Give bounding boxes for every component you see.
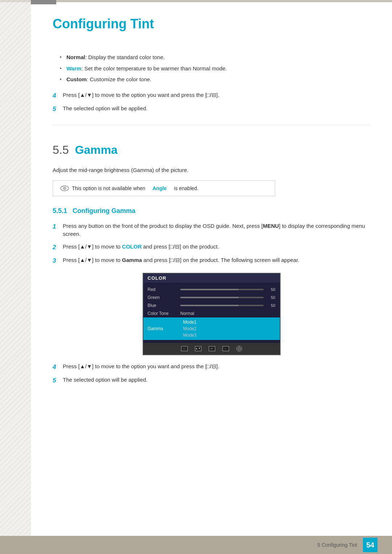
osd-bar-area-gamma: Mode1 Mode2 Mode3: [180, 319, 275, 338]
eye-icon: [60, 185, 69, 192]
section-title: Gamma: [75, 143, 117, 156]
osd-value-colortone: Normal: [180, 311, 195, 316]
list-item: Warm: Set the color temperature to be wa…: [60, 65, 370, 73]
osd-bar-green: [180, 297, 264, 298]
osd-bar-area-colortone: Normal: [180, 311, 275, 316]
list-item: Normal: Display the standard color tone.: [60, 53, 370, 62]
osd-row-green: Green 50: [143, 294, 280, 301]
step-text: Press [▲/▼] to move to Gamma and press […: [63, 256, 370, 266]
step-text: Press any button on the front of the pro…: [63, 222, 370, 238]
gamma-step-2: 2 Press [▲/▼] to move to COLOR and press…: [53, 243, 370, 252]
page: Configuring Tint Normal: Display the sta…: [0, 0, 392, 554]
step-num: 4: [53, 91, 63, 100]
section-divider: [53, 125, 370, 125]
note-suffix: is enabled.: [174, 185, 199, 191]
top-accent: [0, 0, 392, 2]
osd-bar-red: [180, 289, 264, 290]
term-normal: Normal: [66, 54, 85, 60]
footer: 5 Configuring Tint 54: [0, 536, 392, 554]
osd-gamma-mode3: Mode3: [181, 332, 199, 338]
footer-label: 5 Configuring Tint: [317, 542, 357, 548]
term-normal-desc: : Display the standard color tone.: [85, 54, 165, 60]
step-num: 3: [53, 256, 63, 266]
osd-bar-fill-red: [180, 289, 238, 290]
osd-gamma-mode2: Mode2: [181, 325, 199, 332]
step-text: Press [▲/▼] to move to the option you wa…: [63, 91, 370, 100]
step-num: 4: [53, 362, 63, 372]
term-custom-desc: : Customize the color tone.: [87, 76, 151, 82]
osd-label-red: Red: [148, 287, 180, 292]
osd-gamma-mode1: Mode1: [181, 319, 199, 325]
osd-label-blue: Blue: [148, 303, 180, 308]
subsection-heading: 5.5.1 Configuring Gamma: [53, 207, 370, 215]
subsection-title: Configuring Gamma: [73, 207, 135, 214]
note-box: This option is not available when Angle …: [53, 180, 275, 196]
osd-row-red: Red 50: [143, 286, 280, 294]
tint-bullet-list: Normal: Display the standard color tone.…: [53, 53, 370, 84]
step-num: 5: [53, 376, 63, 385]
osd-bar-fill-green: [180, 297, 238, 298]
subsection-number: 5.5.1: [53, 207, 71, 214]
left-stripe: [0, 0, 31, 554]
list-item: Custom: Customize the color tone.: [60, 75, 370, 84]
tint-step-5: 5 The selected option will be applied.: [53, 104, 370, 114]
gamma-step-4: 4 Press [▲/▼] to move to the option you …: [53, 362, 370, 372]
gamma-step-5: 5 The selected option will be applied.: [53, 376, 370, 385]
page-title: Configuring Tint: [53, 11, 370, 32]
osd-btn-square: □: [181, 346, 188, 351]
osd-value-blue: 50: [266, 303, 275, 308]
section-number: 5.5: [53, 143, 69, 156]
term-warm-desc: : Set the color temperature to be warmer…: [81, 65, 227, 71]
gamma-step-1: 1 Press any button on the front of the p…: [53, 222, 370, 238]
osd-label-colortone: Color Tone: [148, 311, 180, 316]
osd-bar-blue: [180, 305, 264, 306]
note-prefix: This option is not available when: [72, 185, 145, 191]
osd-btn-back: ←: [222, 346, 229, 351]
svg-point-2: [64, 188, 65, 189]
content-area: Configuring Tint Normal: Display the sta…: [31, 0, 392, 554]
gamma-description: Adjust the mid-range brightness (Gamma) …: [53, 166, 370, 175]
osd-btn-enter: ↵: [209, 346, 215, 351]
gamma-section-heading: 5.5 Gamma: [53, 143, 370, 157]
osd-title-bar: COLOR: [143, 274, 280, 283]
osd-btn-power: ⏻: [236, 346, 242, 352]
osd-btn-arrows: ▲▼: [195, 346, 201, 351]
step-text: The selected option will be applied.: [63, 104, 370, 114]
bookmark-tab: [31, 0, 56, 4]
osd-bar-area-green: 50: [180, 295, 275, 300]
osd-gamma-options: Mode1 Mode2 Mode3: [181, 319, 199, 338]
gamma-step-3: 3 Press [▲/▼] to move to Gamma and press…: [53, 256, 370, 266]
osd-screenshot: COLOR Red 50 Green: [143, 273, 281, 355]
osd-value-red: 50: [266, 287, 275, 292]
osd-row-gamma: Gamma Mode1 Mode2 Mode3: [143, 317, 280, 340]
osd-screen: COLOR Red 50 Green: [143, 273, 281, 355]
note-keyword: Angle: [152, 185, 167, 191]
step-text: Press [▲/▼] to move to COLOR and press […: [63, 243, 370, 252]
osd-bar-area-blue: 50: [180, 303, 275, 308]
osd-label-gamma: Gamma: [148, 326, 180, 331]
footer-page-number: 54: [363, 538, 377, 552]
tint-step-4: 4 Press [▲/▼] to move to the option you …: [53, 91, 370, 100]
step-num: 1: [53, 222, 63, 238]
osd-bar-fill-blue: [180, 305, 238, 306]
osd-row-colortone: Color Tone Normal: [143, 309, 280, 317]
step-text: The selected option will be applied.: [63, 376, 370, 385]
step-num: 5: [53, 104, 63, 114]
osd-body: Red 50 Green: [143, 283, 280, 343]
osd-bar-area-red: 50: [180, 287, 275, 292]
step-text: Press [▲/▼] to move to the option you wa…: [63, 362, 370, 372]
term-custom: Custom: [66, 76, 87, 82]
osd-bottom-bar: □ ▲▼ ↵ ← ⏻: [143, 343, 280, 354]
step-num: 2: [53, 243, 63, 252]
term-warm: Warm: [66, 65, 81, 71]
osd-row-blue: Blue 50: [143, 301, 280, 309]
osd-value-green: 50: [266, 295, 275, 300]
osd-label-green: Green: [148, 295, 180, 300]
